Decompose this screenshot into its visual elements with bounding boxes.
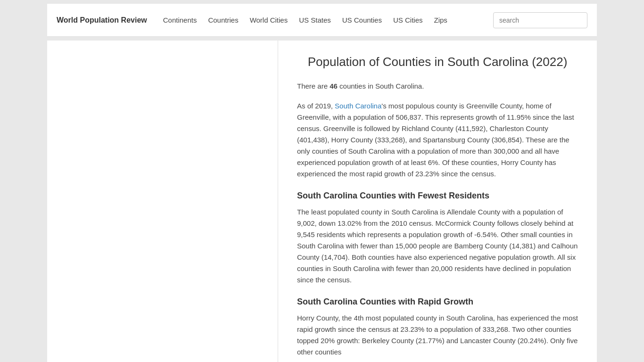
nav-link-continents[interactable]: Continents: [158, 13, 202, 27]
page-title: Population of Counties in South Carolina…: [297, 55, 578, 69]
nav-link-us-counties[interactable]: US Counties: [338, 13, 387, 27]
main-nav: ContinentsCountriesWorld CitiesUS States…: [158, 13, 493, 27]
section1-title: South Carolina Counties with Fewest Resi…: [297, 191, 578, 201]
nav-link-zips[interactable]: Zips: [429, 13, 452, 27]
nav-link-us-states[interactable]: US States: [294, 13, 336, 27]
intro-suffix: counties in South Carolina.: [338, 82, 424, 90]
nav-bar: World Population Review ContinentsCountr…: [47, 4, 597, 37]
nav-link-countries[interactable]: Countries: [203, 13, 243, 27]
search-input[interactable]: [493, 12, 587, 28]
sc-link[interactable]: South Carolina: [335, 102, 381, 110]
main-wrapper: Population of Counties in South Carolina…: [47, 41, 597, 362]
section2-title: South Carolina Counties with Rapid Growt…: [297, 297, 578, 307]
nav-link-world-cities[interactable]: World Cities: [245, 13, 293, 27]
brand-logo[interactable]: World Population Review: [57, 16, 147, 25]
content-area: Population of Counties in South Carolina…: [278, 41, 597, 362]
sidebar: [47, 41, 278, 362]
section1-text: The least populated county in South Caro…: [297, 206, 578, 286]
intro-prefix: There are: [297, 82, 330, 90]
intro-count-paragraph: There are 46 counties in South Carolina.: [297, 81, 578, 92]
paragraph1: As of 2019, South Carolina's most populo…: [297, 100, 578, 180]
county-count: 46: [330, 82, 338, 90]
nav-link-us-cities[interactable]: US Cities: [388, 13, 428, 27]
section2-text: Horry County, the 4th most populated cou…: [297, 313, 578, 358]
